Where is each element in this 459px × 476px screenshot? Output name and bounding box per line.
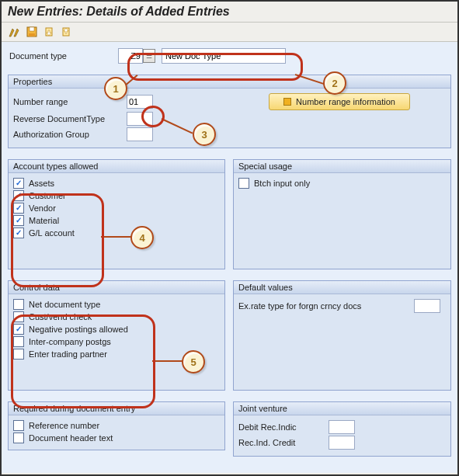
required-entry-header: Required during document entry (9, 402, 224, 415)
jv-credit-label: Rec.Ind. Credit (238, 438, 324, 447)
joint-venture-panel: Joint venture Debit Rec.Indic Rec.Ind. C… (233, 401, 451, 457)
properties-panel: Properties Number range Number range inf… (8, 75, 451, 148)
account-type-checkbox[interactable] (13, 215, 24, 226)
doc-type-desc-input[interactable] (162, 48, 286, 64)
number-range-info-label: Number range information (296, 97, 395, 106)
transport-out-icon[interactable] (61, 26, 71, 37)
required-entry-checkbox[interactable] (13, 420, 24, 431)
control-data-row: Inter-company postgs (13, 336, 220, 347)
account-type-label: Material (29, 216, 59, 225)
required-entry-row: Document header text (13, 433, 220, 443)
account-type-checkbox[interactable] (13, 190, 24, 201)
callout-1: 1 (104, 77, 127, 100)
reverse-doc-type-input[interactable] (127, 112, 153, 126)
callout-4: 4 (130, 226, 154, 249)
required-entry-checkbox[interactable] (13, 433, 24, 443)
account-type-checkbox[interactable] (13, 203, 24, 214)
number-range-label: Number range (13, 97, 122, 106)
jv-debit-input[interactable] (329, 420, 355, 434)
number-range-input[interactable] (127, 95, 153, 109)
transport-in-icon[interactable] (43, 26, 54, 37)
account-type-label: G/L account (29, 228, 75, 238)
callout-5: 5 (182, 350, 205, 374)
control-data-label: Cust/vend check (29, 312, 92, 321)
account-type-label: Customer (29, 191, 66, 200)
auth-group-input[interactable] (127, 127, 153, 141)
control-data-checkbox[interactable] (13, 324, 24, 335)
callout-2: 2 (323, 71, 346, 95)
control-data-label: Net document type (29, 300, 100, 309)
control-data-label: Negative postings allowed (29, 325, 128, 334)
properties-header: Properties (9, 75, 450, 89)
default-values-panel: Default values Ex.rate type for forgn cr… (233, 280, 451, 391)
callout-5-line (152, 360, 183, 362)
control-data-panel: Control data Net document typeCust/vend … (8, 280, 225, 391)
control-data-checkbox[interactable] (13, 336, 24, 347)
page-title: New Entries: Details of Added Entries (2, 2, 457, 23)
control-data-label: Inter-company postgs (29, 337, 111, 346)
control-data-row: Negative postings allowed (13, 324, 220, 335)
joint-venture-header: Joint venture (234, 402, 450, 415)
default-values-header: Default values (234, 281, 450, 294)
account-type-checkbox[interactable] (13, 178, 24, 189)
control-data-row: Cust/vend check (13, 311, 220, 322)
account-type-label: Vendor (29, 203, 56, 213)
jv-credit-input[interactable] (329, 436, 355, 450)
save-icon[interactable] (26, 26, 37, 37)
svg-rect-1 (30, 27, 34, 31)
account-types-header: Account types allowed (9, 160, 224, 173)
special-usage-header: Special usage (234, 160, 450, 173)
account-type-checkbox[interactable] (13, 228, 24, 238)
required-entry-label: Document header text (29, 433, 113, 443)
control-data-checkbox[interactable] (13, 311, 24, 322)
value-help-icon[interactable]: ☰ (143, 49, 155, 63)
ex-rate-input[interactable] (414, 299, 440, 313)
account-type-row: Assets (13, 178, 220, 189)
doc-type-label: Document type (9, 51, 67, 61)
callout-4-line (101, 236, 132, 238)
auth-group-label: Authorization Group (13, 130, 122, 139)
ex-rate-label: Ex.rate type for forgn crncy docs (238, 301, 409, 311)
account-type-row: Material (13, 215, 220, 226)
toolbar (2, 23, 457, 42)
jv-debit-label: Debit Rec.Indic (238, 422, 324, 432)
info-icon (283, 98, 291, 106)
special-usage-checkbox[interactable] (238, 178, 249, 189)
account-types-panel: Account types allowed AssetsCustomerVend… (8, 159, 225, 269)
account-type-row: Vendor (13, 203, 220, 214)
special-usage-row: Btch input only (238, 178, 446, 189)
callout-3: 3 (193, 123, 216, 146)
account-type-label: Assets (29, 179, 54, 188)
change-tool-icon[interactable] (8, 26, 20, 38)
account-type-row: Customer (13, 190, 220, 201)
doc-type-input[interactable] (118, 48, 143, 64)
reverse-doc-type-label: Reverse DocumentType (13, 114, 122, 123)
required-entry-row: Reference number (13, 420, 220, 431)
required-entry-panel: Required during document entry Reference… (8, 401, 225, 450)
svg-rect-2 (29, 33, 35, 36)
control-data-checkbox[interactable] (13, 299, 24, 310)
control-data-checkbox[interactable] (13, 349, 24, 360)
special-usage-panel: Special usage Btch input only (233, 159, 451, 269)
control-data-header: Control data (9, 281, 224, 294)
control-data-row: Net document type (13, 299, 220, 310)
control-data-label: Enter trading partner (29, 349, 107, 359)
required-entry-label: Reference number (29, 421, 99, 430)
special-usage-label: Btch input only (254, 179, 310, 188)
number-range-info-button[interactable]: Number range information (269, 93, 410, 110)
